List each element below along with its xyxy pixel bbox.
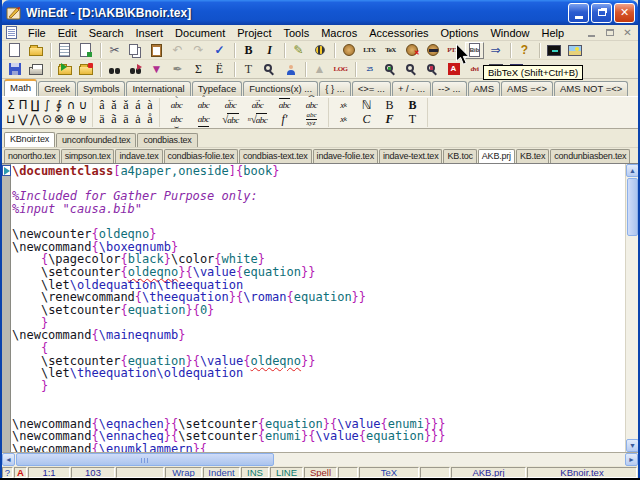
find-in-output-button[interactable]	[423, 61, 442, 78]
help-button[interactable]: ?	[515, 42, 534, 59]
restore-button[interactable]	[591, 3, 612, 23]
highlighter-button[interactable]: ✎	[289, 42, 308, 59]
doc-tab-kbnoir-tex[interactable]: KBnoir.tex	[4, 132, 55, 147]
palette-tab-ams-[interactable]: AMS =<>	[501, 81, 553, 96]
new-document-button[interactable]	[5, 42, 24, 59]
palette-tab-greek[interactable]: Greek	[38, 81, 76, 96]
palette-tab-functions-x-[interactable]: Functions(x) ...	[243, 81, 318, 96]
palette-symbol[interactable]: ã	[108, 113, 120, 128]
menu-file[interactable]: File	[22, 26, 52, 40]
palette-symbol[interactable]: abcxyz	[298, 112, 325, 127]
palette-symbol[interactable]: C	[355, 113, 378, 128]
palette-symbol[interactable]: ⊔	[5, 113, 17, 128]
ink-tool-button[interactable]: ✒	[168, 61, 187, 78]
view-log-button[interactable]: LOG	[331, 61, 350, 78]
zoom-in-button[interactable]	[381, 61, 400, 78]
palette-symbol[interactable]: ǎ	[120, 98, 132, 113]
image-viewer-button[interactable]	[565, 42, 584, 59]
italic-button[interactable]: I	[260, 42, 279, 59]
dvi-to-pdf-button[interactable]: ⇒	[486, 42, 505, 59]
amstex-button[interactable]	[402, 42, 421, 59]
palette-symbol[interactable]: ℕ	[355, 98, 378, 113]
palette-symbol[interactable]: n√abc	[244, 112, 271, 127]
zoom-out-button[interactable]	[402, 61, 421, 78]
macro-bee-button[interactable]	[310, 42, 329, 59]
palette-tab-ams[interactable]: AMS	[468, 81, 501, 96]
mdi-minimize-button[interactable]	[583, 26, 600, 40]
palette-tab--[interactable]: { } ...	[319, 81, 351, 96]
bold-button[interactable]: B	[239, 42, 258, 59]
doc-tab-kb-tex[interactable]: KB.tex	[516, 149, 549, 163]
palette-symbol[interactable]: ⋀	[29, 113, 41, 128]
scroll-right-icon[interactable]: ►	[625, 453, 638, 466]
menu-help[interactable]: Help	[536, 26, 571, 40]
palette-symbol[interactable]: abcˆ	[298, 98, 325, 112]
palette-symbol[interactable]: ā	[120, 113, 132, 128]
doc-tab-indave-tex[interactable]: indave.tex	[115, 149, 162, 163]
doc-tab-akb-prj[interactable]: AKB.prj	[478, 149, 515, 163]
palette-symbol[interactable]: xk	[332, 98, 355, 113]
scroll-left-icon[interactable]: ◄	[2, 453, 15, 466]
palette-symbol[interactable]: √abc	[217, 112, 244, 127]
palette-symbol[interactable]: abc˜	[163, 98, 190, 112]
palette-symbol[interactable]: f′	[271, 112, 298, 127]
doc-tab-nonortho-tex[interactable]: nonortho.tex	[4, 149, 60, 163]
palette-symbol[interactable]: ⊗	[53, 113, 65, 128]
palette-symbol[interactable]: ȧ	[132, 113, 144, 128]
palette-symbol[interactable]: abc←	[217, 98, 244, 112]
user-profile-button[interactable]	[281, 61, 300, 78]
menu-tools[interactable]: Tools	[277, 26, 315, 40]
doc-tab-indave-text-tex[interactable]: indave-text.tex	[379, 149, 443, 163]
doc-tab-condbias-text-tex[interactable]: condbias-text.tex	[239, 149, 312, 163]
save-button[interactable]	[5, 61, 24, 78]
doc-tab-kb-toc[interactable]: KB.toc	[443, 149, 476, 163]
palette-symbol[interactable]: abc⌣	[163, 112, 190, 127]
palette-symbol[interactable]: ⊎	[77, 113, 89, 128]
menu-project[interactable]: Project	[231, 26, 277, 40]
preview-zoom-button[interactable]	[260, 61, 279, 78]
palette-symbol[interactable]: à	[144, 98, 156, 113]
open-output-button[interactable]	[55, 61, 74, 78]
menu-search[interactable]: Search	[83, 26, 130, 40]
vertical-scrollbar[interactable]: ▲ ▼	[625, 164, 638, 452]
doc-tab-indave-folie-tex[interactable]: indave-folie.tex	[313, 149, 378, 163]
palette-symbol[interactable]: á	[132, 98, 144, 113]
open-file-button[interactable]	[26, 42, 45, 59]
palette-symbol[interactable]: â	[96, 98, 108, 113]
menu-edit[interactable]: Edit	[52, 26, 83, 40]
paste-button[interactable]	[147, 42, 166, 59]
spellcheck-button[interactable]: ✓	[210, 42, 229, 59]
palette-symbol[interactable]: ⊙	[41, 113, 53, 128]
vertical-scroll-thumb[interactable]	[627, 178, 638, 236]
filter-macro-button[interactable]: ▼	[147, 61, 166, 78]
menu-macros[interactable]: Macros	[315, 26, 363, 40]
code-area[interactable]: \documentclass[a4paper,oneside]{book}%In…	[12, 165, 625, 452]
palette-symbol[interactable]: ä	[96, 113, 108, 128]
palette-symbol[interactable]: ∐	[29, 98, 41, 113]
mdi-restore-button[interactable]	[601, 26, 618, 40]
accent-tool-button[interactable]: Ë	[210, 61, 229, 78]
dos-prompt-button[interactable]	[544, 42, 563, 59]
cut-button[interactable]: ✂	[105, 42, 124, 59]
palette-symbol[interactable]: abc→	[244, 98, 271, 112]
menu-document[interactable]: Document	[169, 26, 231, 40]
palette-tab-symbols[interactable]: Symbols	[77, 81, 125, 96]
doc-tab-condunbiasben-tex[interactable]: condunbiasben.tex	[550, 149, 630, 163]
palette-symbol[interactable]: Σ	[5, 98, 17, 113]
find-button[interactable]	[105, 61, 124, 78]
palette-symbol[interactable]: ⋁	[17, 113, 29, 128]
menu-options[interactable]: Options	[435, 26, 485, 40]
palette-tab-typeface[interactable]: Typeface	[192, 81, 243, 96]
scroll-down-icon[interactable]: ▼	[626, 439, 638, 452]
copy-button[interactable]	[126, 42, 145, 59]
document-icon[interactable]	[6, 26, 17, 39]
palette-symbol[interactable]: B	[378, 98, 401, 113]
doc-tab-condbias-tex[interactable]: condbias.tex	[137, 133, 197, 147]
palette-symbol[interactable]: F	[378, 113, 401, 128]
palette-symbol[interactable]: abcˆ	[190, 98, 217, 112]
tex-button[interactable]: TeX	[381, 42, 400, 59]
goto-line-button[interactable]: 25	[360, 61, 379, 78]
menu-window[interactable]: Window	[484, 26, 535, 40]
doc-tab-condbias-folie-tex[interactable]: condbias-folie.tex	[164, 149, 238, 163]
menu-insert[interactable]: Insert	[130, 26, 170, 40]
